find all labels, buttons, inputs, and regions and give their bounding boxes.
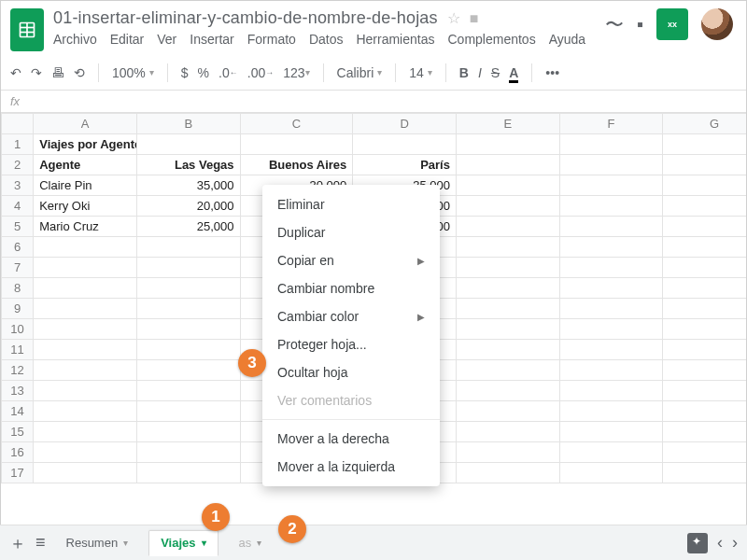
cell[interactable] [663,463,746,483]
col-header[interactable]: A [34,114,137,134]
cell[interactable] [353,134,457,155]
row-header[interactable]: 13 [2,381,34,401]
more-tools-button[interactable]: ••• [545,65,559,80]
col-header[interactable]: D [353,114,457,134]
row-header[interactable]: 5 [2,217,34,237]
cell[interactable] [136,258,240,278]
col-header[interactable]: B [136,114,240,134]
cell[interactable] [136,237,240,258]
cell[interactable] [663,422,746,442]
cell[interactable] [136,422,240,442]
cell[interactable] [559,442,663,463]
cell[interactable] [456,360,559,381]
cell[interactable]: Agente [34,155,137,175]
cell[interactable] [559,381,663,401]
cell[interactable] [663,340,746,360]
row-header[interactable]: 11 [2,340,34,360]
cell[interactable] [456,196,559,217]
cell[interactable] [34,237,137,258]
cell[interactable] [34,319,137,340]
cell[interactable] [663,319,746,340]
cell[interactable] [663,442,746,463]
cell[interactable] [559,155,663,175]
sheet-tab-resumen[interactable]: Resumen ▾ [55,530,140,556]
tab-dropdown-icon[interactable]: ▾ [202,538,206,548]
add-sheet-button[interactable]: ＋ [9,532,26,554]
cell[interactable] [456,217,559,237]
avatar[interactable] [701,8,733,40]
cell[interactable]: París [353,155,457,175]
cell[interactable] [559,360,663,381]
cell[interactable] [456,381,559,401]
doc-title[interactable]: 01-insertar-eliminar-y-cambio-de-nombre-… [53,8,438,28]
cell[interactable] [559,340,663,360]
cell[interactable] [456,299,559,319]
cell[interactable] [136,463,240,483]
font-size-select[interactable]: 14▾ [409,65,432,80]
cell[interactable] [663,299,746,319]
cell[interactable] [559,422,663,442]
cell[interactable] [559,401,663,422]
cell[interactable] [559,196,663,217]
cell[interactable]: Kerry Oki [34,196,137,217]
menu-ayuda[interactable]: Ayuda [549,32,585,47]
cell[interactable] [456,442,559,463]
cell[interactable] [34,422,137,442]
row-header[interactable]: 14 [2,401,34,422]
cell[interactable] [559,319,663,340]
sheets-logo-icon[interactable] [10,8,44,51]
cell[interactable]: Viajes por Agente y Ciudad [34,134,137,155]
cell[interactable] [559,217,663,237]
scroll-left-icon[interactable]: ‹ [717,533,723,553]
cell[interactable] [663,401,746,422]
row-header[interactable]: 15 [2,422,34,442]
ctx-cambiar-color[interactable]: Cambiar color▶ [262,302,440,330]
cell[interactable] [663,278,746,299]
row-header[interactable]: 16 [2,442,34,463]
currency-button[interactable]: $ [181,65,189,80]
cell[interactable] [456,155,559,175]
sheet-tab-hidden[interactable]: as ▾ [228,530,274,556]
cell[interactable] [34,340,137,360]
cell[interactable] [663,217,746,237]
ctx-mover-izquierda[interactable]: Mover a la izquierda [262,453,440,481]
cell[interactable] [559,299,663,319]
cell[interactable] [559,278,663,299]
cell[interactable] [136,340,240,360]
cell[interactable] [663,360,746,381]
row-header[interactable]: 2 [2,155,34,175]
cell[interactable]: Claire Pin [34,175,137,196]
menu-formato[interactable]: Formato [247,32,296,47]
row-header[interactable]: 10 [2,319,34,340]
cell[interactable] [34,401,137,422]
cell[interactable] [456,319,559,340]
col-header[interactable]: G [663,114,746,134]
activity-icon[interactable]: 〜 [605,12,624,37]
cell[interactable] [559,463,663,483]
ctx-proteger-hoja[interactable]: Proteger hoja... [262,330,440,358]
print-icon[interactable]: 🖶 [51,65,64,80]
menu-ver[interactable]: Ver [157,32,176,47]
text-color-button[interactable]: A [509,65,518,80]
ctx-eliminar[interactable]: Eliminar [262,190,440,218]
cell[interactable] [456,422,559,442]
cell[interactable] [34,258,137,278]
row-header[interactable]: 12 [2,360,34,381]
cell[interactable] [136,299,240,319]
cell[interactable] [456,463,559,483]
cell[interactable] [663,196,746,217]
cell[interactable] [663,381,746,401]
ctx-duplicar[interactable]: Duplicar [262,218,440,246]
cell[interactable] [136,442,240,463]
cell[interactable] [136,278,240,299]
row-header[interactable]: 3 [2,175,34,196]
cell[interactable] [456,258,559,278]
cell[interactable] [456,278,559,299]
redo-icon[interactable]: ↷ [31,65,42,80]
row-header[interactable]: 9 [2,299,34,319]
zoom-select[interactable]: 100%▾ [112,65,154,80]
cell[interactable] [136,134,240,155]
folder-icon[interactable]: ■ [470,10,479,27]
explore-button[interactable] [687,533,708,553]
menu-datos[interactable]: Datos [309,32,344,47]
